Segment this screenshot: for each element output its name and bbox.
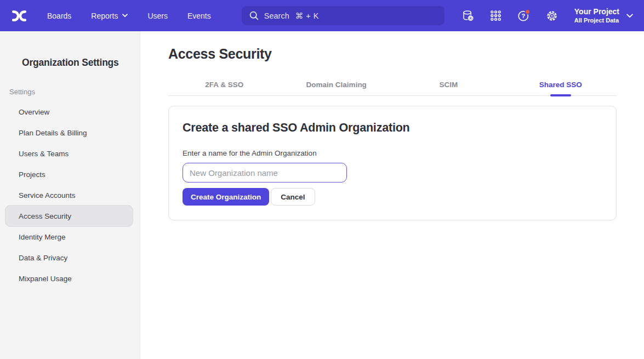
- tab-label: Shared SSO: [539, 81, 582, 89]
- search-placeholder: Search: [264, 12, 289, 20]
- chevron-down-icon: [626, 14, 633, 18]
- page-title: Access Security: [168, 45, 617, 62]
- sidebar-item-label: Data & Privacy: [19, 254, 67, 262]
- org-name-field-label: Enter a name for the Admin Organization: [183, 149, 601, 158]
- sidebar-item-service-accounts[interactable]: Service Accounts: [5, 185, 133, 206]
- sidebar-title: Organization Settings: [22, 56, 140, 69]
- sidebar-section-label: Settings: [9, 88, 140, 96]
- tab-2fa-sso[interactable]: 2FA & SSO: [168, 75, 281, 95]
- top-navbar: Boards Reports Users Events Search ⌘ + K: [0, 0, 644, 31]
- project-switcher-text: Your Project All Project Data: [574, 7, 619, 24]
- main-content: Access Security 2FA & SSO Domain Claimin…: [140, 31, 644, 359]
- access-security-tabs: 2FA & SSO Domain Claiming SCIM Shared SS…: [168, 75, 617, 96]
- mixpanel-logo[interactable]: [11, 8, 27, 24]
- sidebar-item-users-teams[interactable]: Users & Teams: [5, 143, 133, 164]
- search-keyboard-shortcut: ⌘ + K: [295, 12, 319, 20]
- project-switcher[interactable]: Your Project All Project Data: [574, 7, 633, 24]
- primary-nav: Boards Reports Users Events: [47, 12, 211, 20]
- global-search-input[interactable]: Search ⌘ + K: [242, 6, 444, 25]
- cancel-button[interactable]: Cancel: [271, 188, 315, 206]
- nav-item-label: Users: [147, 12, 168, 20]
- navbar-actions: ? Your Project All Project Data: [461, 7, 633, 24]
- card-actions: Create Organization Cancel: [183, 188, 601, 206]
- data-management-icon[interactable]: [461, 9, 475, 23]
- project-data-view: All Project Data: [574, 17, 619, 24]
- tab-label: Domain Claiming: [306, 81, 367, 89]
- nav-item-label: Boards: [47, 12, 71, 20]
- sidebar-item-plan-details-billing[interactable]: Plan Details & Billing: [5, 122, 133, 143]
- nav-item-label: Events: [187, 12, 211, 20]
- create-admin-org-card: Create a shared SSO Admin Organization E…: [168, 106, 617, 220]
- question-mark-glyph: ?: [522, 13, 526, 19]
- sidebar-nav: Overview Plan Details & Billing Users & …: [0, 101, 140, 289]
- sidebar-item-identity-merge[interactable]: Identity Merge: [5, 226, 133, 247]
- help-icon[interactable]: ?: [517, 9, 531, 23]
- tab-scim[interactable]: SCIM: [392, 75, 505, 95]
- sidebar-item-label: Identity Merge: [19, 233, 66, 241]
- sidebar-item-label: Users & Teams: [19, 150, 69, 158]
- sidebar-item-label: Service Accounts: [19, 191, 76, 200]
- apps-grid-icon[interactable]: [489, 9, 503, 23]
- org-name-input[interactable]: [183, 163, 347, 183]
- notification-badge: [526, 9, 531, 14]
- sidebar-item-mixpanel-usage[interactable]: Mixpanel Usage: [5, 268, 133, 289]
- nav-item-reports[interactable]: Reports: [91, 12, 128, 20]
- sidebar-item-label: Access Security: [19, 212, 71, 220]
- card-title: Create a shared SSO Admin Organization: [183, 121, 601, 135]
- sidebar-item-overview[interactable]: Overview: [5, 101, 133, 122]
- nav-item-label: Reports: [91, 12, 118, 20]
- chevron-down-icon: [122, 14, 128, 18]
- sidebar-item-label: Overview: [19, 108, 49, 116]
- sidebar-item-access-security[interactable]: Access Security: [5, 205, 133, 227]
- tab-label: SCIM: [439, 81, 458, 89]
- search-icon: [249, 10, 259, 21]
- sidebar-item-label: Plan Details & Billing: [19, 129, 87, 137]
- tab-shared-sso[interactable]: Shared SSO: [505, 75, 617, 95]
- nav-item-events[interactable]: Events: [187, 12, 211, 20]
- project-name: Your Project: [574, 7, 619, 16]
- create-organization-button[interactable]: Create Organization: [183, 188, 269, 206]
- nav-item-users[interactable]: Users: [147, 12, 168, 20]
- tab-label: 2FA & SSO: [205, 81, 243, 89]
- sidebar-item-label: Projects: [19, 170, 45, 179]
- sidebar-item-label: Mixpanel Usage: [19, 275, 72, 283]
- tab-domain-claiming[interactable]: Domain Claiming: [281, 75, 393, 95]
- nav-item-boards[interactable]: Boards: [47, 12, 71, 20]
- sidebar-item-projects[interactable]: Projects: [5, 164, 133, 185]
- settings-gear-icon[interactable]: [545, 9, 559, 23]
- settings-sidebar: Organization Settings Settings Overview …: [0, 31, 140, 359]
- sidebar-item-data-privacy[interactable]: Data & Privacy: [5, 247, 133, 268]
